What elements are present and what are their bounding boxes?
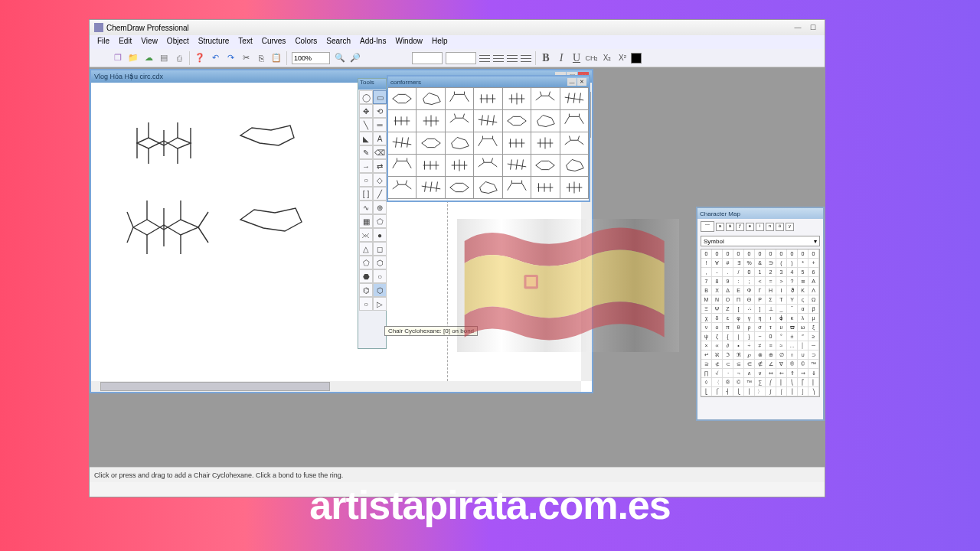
align-justify-icon[interactable] — [520, 53, 532, 64]
char-cell[interactable]: 0 — [723, 249, 733, 259]
char-cell[interactable]: Δ — [723, 286, 733, 295]
tool-wedge[interactable]: ◣ — [359, 132, 373, 145]
char-cell[interactable]: Κ — [798, 286, 808, 295]
char-cell[interactable]: Ν — [712, 295, 723, 305]
char-cell[interactable]: + — [808, 259, 819, 268]
char-cell[interactable]: 1 — [755, 268, 766, 277]
char-cell[interactable]: υ — [776, 323, 787, 332]
char-cell[interactable]: 0 — [787, 249, 798, 259]
char-cell[interactable]: = — [766, 277, 776, 286]
char-cell[interactable]: Μ — [701, 295, 712, 305]
char-cell[interactable]: Ο — [723, 295, 733, 305]
char-cell[interactable]: ∃ — [733, 259, 744, 268]
char-cell[interactable]: │ — [798, 341, 808, 350]
cut-icon[interactable]: ✂ — [239, 51, 253, 65]
char-cell[interactable]: ⎧ — [712, 387, 723, 396]
char-cell[interactable]: % — [744, 259, 755, 268]
char-cell[interactable]: 4 — [787, 268, 798, 277]
char-cell[interactable]: 9 — [723, 277, 733, 286]
char-cell[interactable]: η — [755, 314, 766, 323]
conformer-template[interactable] — [531, 88, 560, 110]
char-cell[interactable]: , — [701, 268, 712, 277]
char-cell[interactable]: ⊗ — [755, 350, 766, 360]
char-cell[interactable]: 8 — [712, 277, 723, 286]
char-cell[interactable]: ϑ — [787, 286, 798, 295]
menu-text[interactable]: Text — [234, 35, 256, 49]
charmap-tab[interactable]: i — [756, 223, 764, 231]
conformer-template[interactable] — [388, 88, 416, 110]
tool-orbital[interactable]: ○ — [359, 173, 373, 187]
tool-lasso[interactable]: ◯ — [359, 90, 373, 104]
char-cell[interactable]: Φ — [744, 286, 755, 295]
conformers-min-button[interactable]: — — [567, 78, 577, 86]
menu-edit[interactable]: Edit — [114, 35, 136, 49]
char-cell[interactable]: ⎮ — [787, 387, 798, 396]
tool-bracket[interactable]: [ ] — [359, 187, 373, 201]
tool-ring6[interactable]: ⬡ — [373, 256, 387, 269]
char-cell[interactable]: ϕ — [776, 314, 787, 323]
char-cell[interactable]: ∀ — [712, 259, 723, 268]
tool-arrow2[interactable]: ⇄ — [373, 159, 387, 173]
conformer-template[interactable] — [446, 110, 474, 132]
char-cell[interactable]: ∂ — [723, 341, 733, 350]
charmap-tab[interactable]: y — [786, 223, 794, 231]
char-cell[interactable]: ψ — [701, 332, 712, 341]
char-cell[interactable]: ″ — [798, 332, 808, 341]
char-cell[interactable]: ⊥ — [766, 305, 776, 314]
char-cell[interactable]: } — [744, 332, 755, 341]
char-cell[interactable]: ∈ — [744, 360, 755, 369]
align-center-icon[interactable] — [492, 53, 505, 64]
char-cell[interactable]: … — [787, 341, 798, 350]
char-cell[interactable]: ⎞ — [808, 387, 819, 396]
char-cell[interactable]: ⇐ — [776, 369, 787, 378]
char-cell[interactable]: ™ — [808, 360, 819, 369]
char-cell[interactable]: ⇒ — [798, 369, 808, 378]
conformer-template[interactable] — [531, 110, 560, 132]
char-cell[interactable]: ∫ — [766, 387, 776, 396]
tool-ring7[interactable]: ⬣ — [359, 269, 373, 283]
open-icon[interactable]: 📁 — [126, 51, 140, 65]
char-cell[interactable]: ε — [723, 314, 733, 323]
conformer-template[interactable] — [503, 132, 531, 155]
char-cell[interactable]: ≥ — [808, 332, 819, 341]
tool-rotate[interactable]: ⟲ — [373, 104, 387, 118]
conformer-template[interactable] — [474, 88, 502, 110]
char-cell[interactable]: Θ — [744, 295, 755, 305]
conformer-template[interactable] — [388, 110, 416, 132]
redo-icon[interactable]: ↷ — [224, 51, 237, 65]
char-cell[interactable]: 7 — [701, 277, 712, 286]
conformer-template[interactable] — [416, 155, 445, 177]
char-cell[interactable]: ⇓ — [808, 369, 819, 378]
char-cell[interactable]: ≡ — [766, 341, 776, 350]
tool-marquee[interactable]: ▭ — [373, 90, 387, 104]
char-cell[interactable]: ⊕ — [766, 350, 776, 360]
char-cell[interactable]: Ε — [733, 286, 744, 295]
char-cell[interactable]: ∨ — [755, 369, 766, 378]
tool-eraser[interactable]: ⌫ — [373, 145, 387, 159]
char-cell[interactable]: - — [712, 268, 723, 277]
zoom-input[interactable]: 100% — [292, 52, 330, 64]
char-cell[interactable]: < — [755, 277, 766, 286]
char-cell[interactable]: ∉ — [755, 360, 766, 369]
tool-ring8[interactable]: ○ — [373, 269, 387, 283]
char-cell[interactable]: ∴ — [744, 305, 755, 314]
char-cell[interactable]: χ — [701, 314, 712, 323]
char-cell[interactable]: ⎜ — [776, 378, 787, 387]
conformer-template[interactable] — [531, 177, 560, 199]
tool-play[interactable]: ▷ — [373, 297, 387, 311]
color-swatch[interactable] — [631, 53, 642, 64]
tool-benzene[interactable]: ⌬ — [359, 283, 373, 297]
char-cell[interactable]: Ω — [808, 295, 819, 305]
char-cell[interactable]: κ — [787, 314, 798, 323]
char-cell[interactable]: ~ — [755, 332, 766, 341]
char-cell[interactable]: Ξ — [701, 305, 712, 314]
charmap-tab[interactable]: à — [726, 223, 734, 231]
char-cell[interactable]: ⎛ — [766, 378, 776, 387]
char-cell[interactable]: ∩ — [787, 350, 798, 360]
char-cell[interactable]: ] — [755, 305, 766, 314]
char-cell[interactable]: τ — [766, 323, 776, 332]
char-cell[interactable]: ∅ — [776, 350, 787, 360]
char-cell[interactable]: 0 — [712, 249, 723, 259]
char-cell[interactable]: ι — [766, 314, 776, 323]
char-cell[interactable]: λ — [798, 314, 808, 323]
